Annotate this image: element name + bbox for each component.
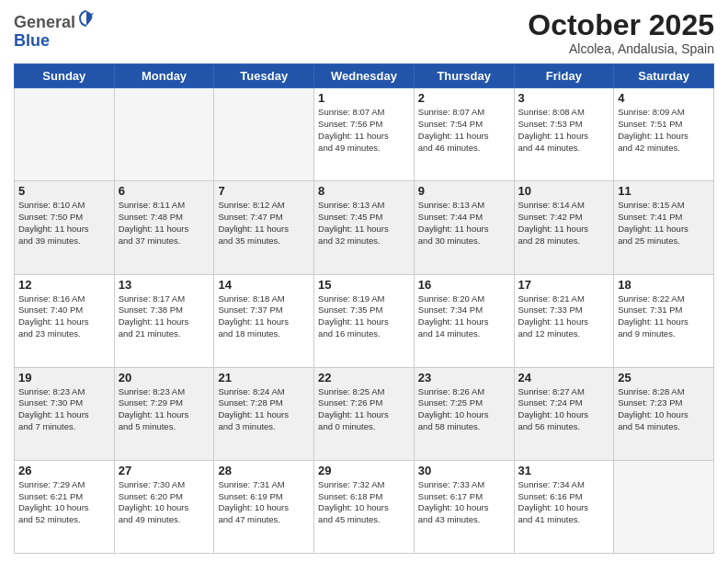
location: Alcolea, Andalusia, Spain: [528, 41, 714, 56]
day-content: Sunrise: 8:08 AM Sunset: 7:53 PM Dayligh…: [518, 107, 610, 154]
day-number: 21: [218, 371, 310, 385]
calendar-cell: 5Sunrise: 8:10 AM Sunset: 7:50 PM Daylig…: [15, 181, 115, 274]
day-number: 5: [18, 184, 110, 198]
day-content: Sunrise: 8:14 AM Sunset: 7:42 PM Dayligh…: [518, 200, 610, 247]
day-header-thursday: Thursday: [414, 64, 514, 88]
day-content: Sunrise: 7:30 AM Sunset: 6:20 PM Dayligh…: [119, 479, 210, 526]
calendar-cell: 10Sunrise: 8:14 AM Sunset: 7:42 PM Dayli…: [514, 181, 614, 274]
calendar-cell: 29Sunrise: 7:32 AM Sunset: 6:18 PM Dayli…: [314, 460, 415, 553]
logo-blue: Blue: [14, 31, 50, 50]
day-content: Sunrise: 8:27 AM Sunset: 7:24 PM Dayligh…: [518, 386, 610, 433]
day-number: 7: [218, 184, 310, 198]
day-number: 16: [418, 278, 510, 292]
day-number: 17: [518, 278, 610, 292]
calendar-cell: 1Sunrise: 8:07 AM Sunset: 7:56 PM Daylig…: [314, 88, 415, 181]
day-number: 25: [618, 371, 710, 385]
title-block: October 2025 Alcolea, Andalusia, Spain: [528, 9, 714, 56]
day-content: Sunrise: 7:29 AM Sunset: 6:21 PM Dayligh…: [18, 479, 110, 526]
day-number: 31: [518, 464, 610, 477]
day-content: Sunrise: 8:26 AM Sunset: 7:25 PM Dayligh…: [418, 386, 510, 433]
day-content: Sunrise: 7:31 AM Sunset: 6:19 PM Dayligh…: [218, 479, 310, 526]
logo-bird-icon: [77, 9, 96, 28]
day-number: 23: [418, 371, 510, 385]
calendar-cell: [114, 88, 214, 181]
calendar-cell: 17Sunrise: 8:21 AM Sunset: 7:33 PM Dayli…: [514, 274, 614, 367]
day-content: Sunrise: 7:32 AM Sunset: 6:18 PM Dayligh…: [318, 479, 410, 526]
day-header-wednesday: Wednesday: [314, 64, 415, 88]
day-number: 14: [218, 278, 310, 292]
header: General Blue October 2025 Alcolea, Andal…: [14, 9, 714, 56]
calendar-cell: 15Sunrise: 8:19 AM Sunset: 7:35 PM Dayli…: [314, 274, 415, 367]
calendar-cell: 13Sunrise: 8:17 AM Sunset: 7:38 PM Dayli…: [114, 274, 214, 367]
day-number: 19: [18, 371, 110, 385]
day-number: 3: [518, 91, 610, 105]
day-content: Sunrise: 8:24 AM Sunset: 7:28 PM Dayligh…: [218, 386, 310, 433]
calendar-cell: 7Sunrise: 8:12 AM Sunset: 7:47 PM Daylig…: [214, 181, 314, 274]
calendar-cell: 18Sunrise: 8:22 AM Sunset: 7:31 PM Dayli…: [614, 274, 714, 367]
calendar-cell: 22Sunrise: 8:25 AM Sunset: 7:26 PM Dayli…: [314, 367, 415, 460]
day-content: Sunrise: 7:34 AM Sunset: 6:16 PM Dayligh…: [518, 479, 610, 526]
calendar-cell: 3Sunrise: 8:08 AM Sunset: 7:53 PM Daylig…: [514, 88, 614, 181]
day-number: 28: [218, 464, 310, 477]
day-content: Sunrise: 8:18 AM Sunset: 7:37 PM Dayligh…: [218, 293, 310, 340]
day-content: Sunrise: 8:12 AM Sunset: 7:47 PM Dayligh…: [218, 200, 310, 247]
day-header-sunday: Sunday: [15, 64, 115, 88]
day-number: 13: [119, 278, 210, 292]
calendar-cell: 26Sunrise: 7:29 AM Sunset: 6:21 PM Dayli…: [15, 460, 115, 553]
day-content: Sunrise: 8:07 AM Sunset: 7:54 PM Dayligh…: [418, 107, 510, 154]
day-content: Sunrise: 8:28 AM Sunset: 7:23 PM Dayligh…: [618, 386, 710, 433]
day-number: 9: [418, 184, 510, 198]
calendar-cell: 16Sunrise: 8:20 AM Sunset: 7:34 PM Dayli…: [414, 274, 514, 367]
logo-blue-text: Blue: [14, 32, 96, 51]
calendar-cell: 30Sunrise: 7:33 AM Sunset: 6:17 PM Dayli…: [414, 460, 514, 553]
day-header-tuesday: Tuesday: [214, 64, 314, 88]
calendar-cell: 9Sunrise: 8:13 AM Sunset: 7:44 PM Daylig…: [414, 181, 514, 274]
day-content: Sunrise: 8:25 AM Sunset: 7:26 PM Dayligh…: [318, 386, 410, 433]
calendar-week-2: 12Sunrise: 8:16 AM Sunset: 7:40 PM Dayli…: [15, 274, 714, 367]
day-number: 11: [618, 184, 710, 198]
day-header-monday: Monday: [114, 64, 214, 88]
day-content: Sunrise: 8:20 AM Sunset: 7:34 PM Dayligh…: [418, 293, 510, 340]
day-number: 26: [18, 464, 110, 477]
calendar-cell: 4Sunrise: 8:09 AM Sunset: 7:51 PM Daylig…: [614, 88, 714, 181]
day-content: Sunrise: 8:22 AM Sunset: 7:31 PM Dayligh…: [618, 293, 710, 340]
day-content: Sunrise: 8:23 AM Sunset: 7:30 PM Dayligh…: [18, 386, 110, 433]
calendar-cell: 28Sunrise: 7:31 AM Sunset: 6:19 PM Dayli…: [214, 460, 314, 553]
calendar-cell: 11Sunrise: 8:15 AM Sunset: 7:41 PM Dayli…: [614, 181, 714, 274]
day-content: Sunrise: 8:17 AM Sunset: 7:38 PM Dayligh…: [119, 293, 210, 340]
calendar-cell: [15, 88, 115, 181]
calendar-week-3: 19Sunrise: 8:23 AM Sunset: 7:30 PM Dayli…: [15, 367, 714, 460]
day-content: Sunrise: 8:16 AM Sunset: 7:40 PM Dayligh…: [18, 293, 110, 340]
day-number: 24: [518, 371, 610, 385]
calendar-cell: 14Sunrise: 8:18 AM Sunset: 7:37 PM Dayli…: [214, 274, 314, 367]
day-content: Sunrise: 7:33 AM Sunset: 6:17 PM Dayligh…: [418, 479, 510, 526]
day-header-friday: Friday: [514, 64, 614, 88]
day-content: Sunrise: 8:21 AM Sunset: 7:33 PM Dayligh…: [518, 293, 610, 340]
logo-general: General: [14, 13, 75, 31]
calendar-table: SundayMondayTuesdayWednesdayThursdayFrid…: [14, 63, 714, 554]
logo-text: General: [14, 9, 96, 32]
day-content: Sunrise: 8:07 AM Sunset: 7:56 PM Dayligh…: [318, 107, 410, 154]
day-number: 27: [119, 464, 210, 477]
day-number: 29: [318, 464, 410, 477]
calendar-cell: 27Sunrise: 7:30 AM Sunset: 6:20 PM Dayli…: [114, 460, 214, 553]
calendar-week-1: 5Sunrise: 8:10 AM Sunset: 7:50 PM Daylig…: [15, 181, 714, 274]
calendar-header-row: SundayMondayTuesdayWednesdayThursdayFrid…: [15, 64, 714, 88]
day-number: 1: [318, 91, 410, 105]
day-content: Sunrise: 8:09 AM Sunset: 7:51 PM Dayligh…: [618, 107, 710, 154]
day-content: Sunrise: 8:19 AM Sunset: 7:35 PM Dayligh…: [318, 293, 410, 340]
logo: General Blue: [14, 9, 96, 51]
calendar-cell: 21Sunrise: 8:24 AM Sunset: 7:28 PM Dayli…: [214, 367, 314, 460]
calendar-cell: 25Sunrise: 8:28 AM Sunset: 7:23 PM Dayli…: [614, 367, 714, 460]
day-number: 6: [119, 184, 210, 198]
day-number: 10: [518, 184, 610, 198]
day-content: Sunrise: 8:11 AM Sunset: 7:48 PM Dayligh…: [119, 200, 210, 247]
day-number: 4: [618, 91, 710, 105]
day-number: 15: [318, 278, 410, 292]
day-content: Sunrise: 8:15 AM Sunset: 7:41 PM Dayligh…: [618, 200, 710, 247]
calendar-cell: 20Sunrise: 8:23 AM Sunset: 7:29 PM Dayli…: [114, 367, 214, 460]
month-title: October 2025: [528, 9, 714, 41]
calendar-week-0: 1Sunrise: 8:07 AM Sunset: 7:56 PM Daylig…: [15, 88, 714, 181]
day-number: 30: [418, 464, 510, 477]
calendar-cell: [214, 88, 314, 181]
